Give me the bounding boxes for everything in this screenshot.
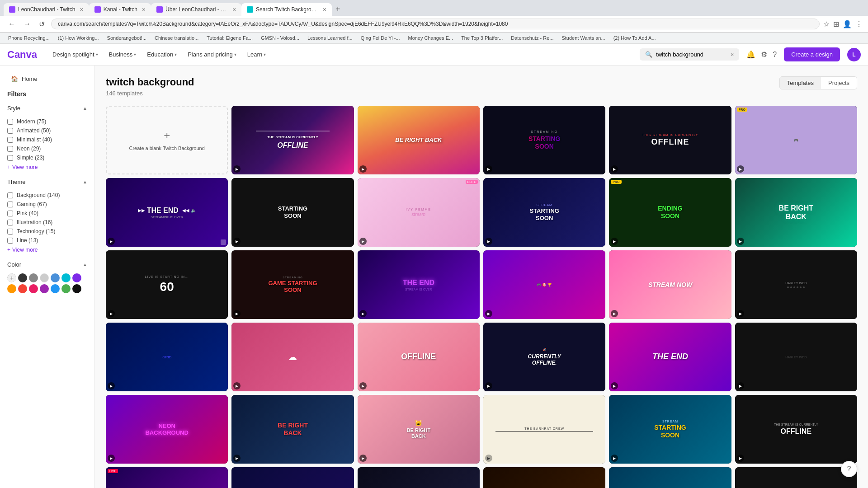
template-streaming-neon[interactable]: streaming ▶ LIVE — [106, 467, 228, 488]
bookmark-10[interactable]: Datenschutz - Re... — [508, 34, 556, 42]
template-theend-purple[interactable]: ▶▶ THE END ◀◀ 🔈 STREAMING IS OVER ▶ — [106, 178, 228, 247]
filter-gaming[interactable]: Gaming (67) — [7, 200, 87, 209]
color-violet[interactable] — [40, 284, 49, 293]
star-icon[interactable]: ☆ — [823, 20, 830, 28]
template-pink-clouds[interactable]: ☁ ▶ — [231, 323, 354, 391]
bookmark-2[interactable]: Sonderangebot!... — [104, 34, 149, 42]
filter-background[interactable]: Background (140) — [7, 191, 87, 200]
nav-business[interactable]: Business ▾ — [104, 48, 141, 61]
template-neon-bg[interactable]: NEONBACKGROUND ▶ — [106, 395, 228, 464]
template-olivia[interactable]: ◉ olivia wilson ▶ — [735, 467, 857, 488]
nav-plans[interactable]: Plans and pricing ▾ — [183, 48, 241, 61]
template-rays[interactable]: THE BARNRAT CREW ▶ — [483, 395, 605, 464]
checkbox-modern[interactable] — [7, 119, 13, 125]
back-button[interactable]: ← — [5, 19, 18, 29]
tab-templates[interactable]: Templates — [780, 77, 821, 89]
filter-neon[interactable]: Neon (29) — [7, 144, 87, 153]
tab-close-2[interactable]: × — [142, 6, 146, 13]
template-theend-dark2[interactable]: • THE END • THE END ▶ — [358, 467, 480, 488]
template-jester[interactable]: JESTER JACK ▶ — [609, 467, 731, 488]
checkbox-gaming[interactable] — [7, 202, 13, 207]
help-circle-icon[interactable]: ? — [773, 51, 777, 59]
theme-view-more[interactable]: + View more — [7, 247, 87, 253]
search-input[interactable] — [656, 51, 726, 58]
template-offline-pink[interactable]: THE STREAM IS CURRENTLY offline ▶ — [231, 106, 354, 174]
template-countdown[interactable]: LIVE IS STARTING IN... 60 ▶ — [106, 250, 228, 319]
checkbox-pink[interactable] — [7, 211, 13, 216]
checkbox-simple[interactable] — [7, 155, 13, 161]
checkbox-background[interactable] — [7, 192, 13, 198]
color-dark[interactable] — [72, 284, 81, 293]
template-beright-teal[interactable]: BE RIGHTBACK ▶ — [735, 178, 857, 247]
template-beright-dark[interactable]: BE RIGHTBACK ▶ — [231, 395, 354, 464]
color-red[interactable] — [18, 284, 27, 293]
bookmark-9[interactable]: The Top 3 Platfor... — [458, 34, 505, 42]
tab-1[interactable]: LeonChaudhari - Twitch × — [4, 3, 89, 16]
nav-learn[interactable]: Learn ▾ — [243, 48, 270, 61]
bookmark-1[interactable]: (1) How Working... — [55, 34, 102, 42]
bookmark-5[interactable]: GMSN - Volosd... — [258, 34, 302, 42]
template-starting-black[interactable]: STARTINGSOON ▶ — [231, 178, 354, 247]
filter-line[interactable]: Line (13) — [7, 236, 87, 245]
checkbox-minimalist[interactable] — [7, 137, 13, 143]
filter-simple[interactable]: Simple (23) — [7, 153, 87, 162]
filter-pink[interactable]: Pink (40) — [7, 209, 87, 218]
style-view-more[interactable]: + View more — [7, 164, 87, 170]
help-button[interactable]: ? — [841, 461, 857, 477]
add-color-swatch[interactable]: + — [7, 273, 16, 282]
bookmark-3[interactable]: Chinese translatio... — [152, 34, 201, 42]
settings-dots-icon[interactable]: ⋮ — [855, 20, 863, 28]
bookmark-8[interactable]: Money Changes E... — [405, 34, 456, 42]
create-blank-card[interactable]: + Create a blank Twitch Background — [106, 106, 228, 174]
new-tab-button[interactable]: + — [332, 3, 344, 16]
bell-icon[interactable]: 🔔 — [746, 50, 755, 59]
filter-technology[interactable]: Technology (15) — [7, 227, 87, 236]
color-blue[interactable] — [51, 273, 60, 282]
template-offline-neon[interactable]: THIS STREAM IS CURRENTLY OFFLINE ▶ — [609, 106, 731, 174]
bookmark-12[interactable]: (2) How To Add A... — [611, 34, 659, 42]
template-beright-cute[interactable]: 🐱 Be RightBack ▶ — [358, 395, 480, 464]
filter-modern[interactable]: Modern (75) — [7, 117, 87, 126]
tab-close-4[interactable]: × — [323, 6, 326, 13]
tab-close-1[interactable]: × — [80, 6, 84, 13]
color-gray[interactable] — [29, 273, 38, 282]
avatar[interactable]: L — [847, 48, 861, 61]
template-stream-now[interactable]: Stream Now ▶ — [609, 250, 731, 319]
template-theend-grad[interactable]: THE END ▶ — [609, 323, 731, 391]
template-beright-sunset[interactable]: be right back ▶ — [358, 106, 480, 174]
color-teal[interactable] — [61, 273, 71, 282]
template-beright-orange[interactable]: ⬥ ⬥ ⬥ BE RIGHTBACK ⬥ ⬥ ⬥ ▶ — [483, 467, 605, 488]
template-blue-grid[interactable]: GRID ▶ — [106, 323, 228, 391]
tab-4[interactable]: Search Twitch Background - C... × — [241, 3, 332, 16]
extension-icon[interactable]: ⊞ — [833, 20, 839, 28]
refresh-button[interactable]: ↺ — [36, 19, 47, 29]
settings-icon[interactable]: ⚙ — [761, 50, 767, 59]
filter-illustration[interactable]: Illustration (16) — [7, 218, 87, 227]
template-purple-cartoon[interactable]: 🎮 ▶ PRO — [735, 106, 857, 174]
url-bar[interactable]: canva.com/search/templates?q=Twitch%20Ba… — [51, 19, 820, 29]
template-offline-yellow[interactable]: THE STREAM IS CURRENTLY OFFLINE ▶ — [735, 395, 857, 464]
template-ivy[interactable]: IVY FEMME stream ▶ ELITE — [358, 178, 480, 247]
template-starting-space[interactable]: STREAM STARTINGSOON ▶ — [483, 178, 605, 247]
forward-button[interactable]: → — [21, 19, 33, 29]
checkbox-line[interactable] — [7, 238, 13, 244]
filter-animated[interactable]: Animated (50) — [7, 126, 87, 135]
sidebar-home[interactable]: 🏠 Home — [7, 73, 87, 85]
filter-minimalist[interactable]: Minimalist (40) — [7, 135, 87, 144]
profile-icon[interactable]: 👤 — [843, 20, 852, 28]
template-harley2[interactable]: HARLEY INDD ▶ — [735, 323, 857, 391]
theme-filter-header[interactable]: Theme ▲ — [7, 177, 87, 187]
checkbox-neon[interactable] — [7, 146, 13, 152]
color-black[interactable] — [18, 273, 27, 282]
checkbox-technology[interactable] — [7, 229, 13, 235]
template-offline-space[interactable]: 🚀 CURRENTLYOFFLINE. ▶ — [483, 323, 605, 391]
create-design-button[interactable]: Create a design — [784, 47, 840, 61]
template-dots-dark[interactable]: HARLEY INDD ▶ — [735, 250, 857, 319]
template-grid-purple[interactable]: ▦ ▶ — [231, 467, 354, 488]
search-clear-button[interactable]: × — [731, 51, 734, 58]
template-colorful-game[interactable]: 🎮 🎯 🏆 ▶ — [483, 250, 605, 319]
tab-close-3[interactable]: × — [232, 6, 236, 13]
bookmark-11[interactable]: Student Wants an... — [559, 34, 608, 42]
checkbox-illustration[interactable] — [7, 220, 13, 225]
color-green[interactable] — [61, 284, 71, 293]
